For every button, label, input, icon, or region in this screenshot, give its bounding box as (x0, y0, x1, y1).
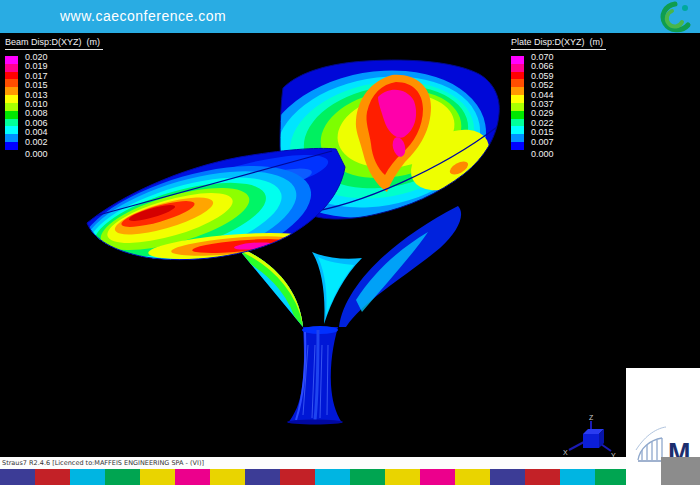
footer-color-segment (140, 469, 175, 485)
beam-legend-values: 0.0200.0190.0170.0150.0130.0100.0080.006… (25, 53, 48, 159)
footer-color-segment (105, 469, 140, 485)
legend-color-band (5, 142, 18, 150)
legend-color-band (5, 119, 18, 127)
conference-url[interactable]: www.caeconference.com (60, 8, 226, 24)
footer-color-segment (245, 469, 280, 485)
corner-logo-area: M (626, 368, 700, 485)
legend-color-band (5, 79, 18, 87)
footer-color-segment (175, 469, 210, 485)
axis-z-label: Z (589, 414, 594, 421)
plate-displacement-legend: Plate Disp:D(XYZ) (m) 0.0700.0660.0590.0… (511, 37, 606, 159)
legend-color-band (511, 103, 524, 111)
footer-color-segment (315, 469, 350, 485)
legend-color-band (511, 119, 524, 127)
footer-color-segment (280, 469, 315, 485)
axis-x-label: X (563, 449, 568, 456)
legend-color-band (511, 72, 524, 80)
legend-value: 0.000 (531, 150, 554, 159)
legend-color-band (511, 79, 524, 87)
legend-color-band (5, 103, 18, 111)
legend-value: 0.007 (531, 138, 554, 147)
beam-legend-colorbar (5, 56, 18, 150)
footer-color-segment (35, 469, 70, 485)
legend-color-band (5, 87, 18, 95)
status-bar: Straus7 R2.4.6 [Licenced to:MAFFEIS ENGI… (0, 457, 700, 469)
legend-color-band (5, 56, 18, 64)
legend-color-band (511, 64, 524, 72)
footer-color-segment (0, 469, 35, 485)
footer-color-segment (490, 469, 525, 485)
plate-legend-title: Plate Disp:D(XYZ) (m) (511, 37, 606, 50)
footer-color-segment (70, 469, 105, 485)
legend-color-band (511, 56, 524, 64)
legend-color-band (5, 111, 18, 119)
beam-displacement-legend: Beam Disp:D(XYZ) (m) 0.0200.0190.0170.01… (5, 37, 103, 159)
legend-color-band (511, 134, 524, 142)
legend-color-band (511, 142, 524, 150)
footer-color-segment (525, 469, 560, 485)
legend-color-band (511, 126, 524, 134)
legend-color-band (5, 64, 18, 72)
axis-triad: Z X Y (563, 414, 616, 457)
legend-color-band (5, 126, 18, 134)
legend-value: 0.002 (25, 138, 48, 147)
footer-color-segment (385, 469, 420, 485)
beam-legend-title: Beam Disp:D(XYZ) (m) (5, 37, 103, 50)
footer-color-segment (455, 469, 490, 485)
legend-color-band (511, 87, 524, 95)
footer-color-segment (560, 469, 595, 485)
corner-gray-block (661, 457, 700, 485)
legend-color-band (511, 95, 524, 103)
legend-color-band (5, 134, 18, 142)
footer-color-strip (0, 469, 700, 485)
license-status-text: Straus7 R2.4.6 [Licenced to:MAFFEIS ENGI… (2, 459, 204, 467)
footer-color-segment (420, 469, 455, 485)
legend-color-band (5, 72, 18, 80)
model-trunk (287, 326, 343, 425)
plate-legend-values: 0.0700.0660.0590.0520.0440.0370.0290.022… (531, 53, 554, 159)
legend-value: 0.000 (25, 150, 48, 159)
footer-color-segment (350, 469, 385, 485)
legend-color-band (511, 111, 524, 119)
model-left-leaf (67, 144, 345, 301)
footer-color-segment (595, 469, 630, 485)
cae-conference-swirl-icon (644, 1, 696, 33)
legend-color-band (5, 95, 18, 103)
header-banner: www.caeconference.com (0, 0, 700, 33)
plate-legend-colorbar (511, 56, 524, 150)
footer-color-segment (210, 469, 245, 485)
